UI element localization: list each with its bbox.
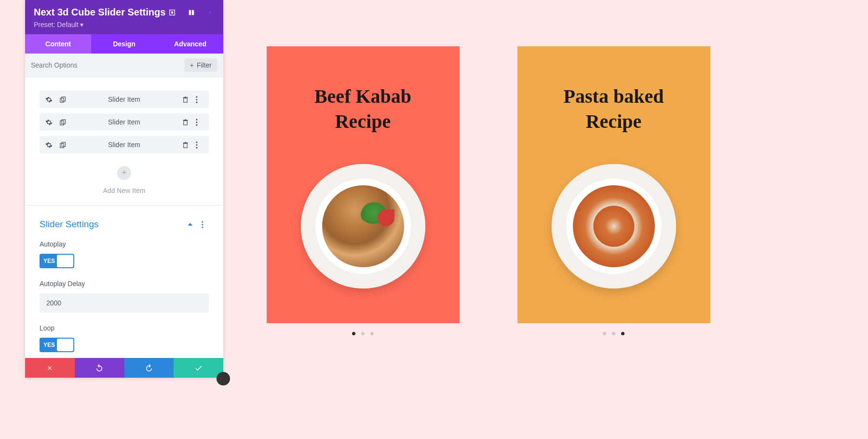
preview-area: Beef Kabab Recipe Pasta baked Recipe [229,6,747,439]
svg-point-22 [202,221,203,222]
pasta-food-image [573,185,655,267]
more-icon[interactable] [196,119,203,126]
svg-point-10 [196,98,197,100]
dot-1[interactable] [603,332,606,335]
svg-point-9 [196,96,197,97]
save-button[interactable] [174,358,223,378]
toggle-knob [57,255,73,267]
loop-label: Loop [40,324,209,332]
plate-image [301,164,425,288]
svg-rect-2 [189,10,191,15]
gear-icon[interactable] [45,141,53,149]
duplicate-icon[interactable] [59,96,67,103]
svg-point-14 [196,119,197,120]
svg-point-15 [196,121,197,123]
search-input[interactable] [31,61,184,69]
dot-2[interactable] [361,332,365,335]
dot-1[interactable] [352,332,355,335]
check-icon [194,364,203,372]
tab-advanced[interactable]: Advanced [157,34,223,54]
undo-button[interactable] [75,358,124,378]
section-header[interactable]: Slider Settings [25,206,223,233]
delay-label: Autoplay Delay [40,280,209,288]
dot-3[interactable] [621,332,624,335]
more-icon[interactable] [196,96,203,103]
redo-icon [145,364,153,372]
trash-icon[interactable] [182,96,189,103]
autoplay-toggle[interactable]: YES [40,254,74,268]
slider-item-row[interactable]: Slider Item [40,136,209,153]
panel-title: Next 3d Cube Slider Settings [34,7,165,18]
add-item-button[interactable]: + [117,166,131,180]
add-item-label: Add New Item [40,187,209,194]
toggle-value: YES [40,342,55,348]
plate-image [552,164,676,288]
content-area: Slider Item Slider Item [25,77,223,378]
filter-label: Filter [197,61,212,69]
svg-point-1 [171,12,173,14]
slider-item-row[interactable]: Slider Item [40,91,209,108]
tab-content[interactable]: Content [25,34,91,54]
redo-button[interactable] [124,358,174,378]
undo-icon [95,364,104,372]
items-list: Slider Item Slider Item [25,77,223,205]
slider-card-1: Beef Kabab Recipe [267,46,460,323]
chevron-up-icon[interactable] [187,221,194,228]
trash-icon[interactable] [182,141,189,149]
more-icon[interactable] [202,221,209,228]
preset-dropdown[interactable]: Preset: Default ▾ [34,21,215,28]
svg-point-21 [196,147,197,148]
search-row: + Filter [25,54,223,77]
svg-point-20 [196,144,197,145]
autoplay-label: Autoplay [40,240,209,248]
panel-header: Next 3d Cube Slider Settings Preset: Def… [25,0,223,34]
footer-bar [25,358,223,378]
toggle-value: YES [40,258,55,264]
svg-point-16 [196,124,197,125]
item-label: Slider Item [67,118,182,126]
delay-input[interactable] [40,293,209,313]
gear-icon[interactable] [45,96,53,103]
card2-title-line2: Recipe [517,109,710,134]
svg-point-23 [202,223,203,225]
settings-panel: Next 3d Cube Slider Settings Preset: Def… [25,0,223,378]
gear-icon[interactable] [45,119,53,126]
svg-point-24 [202,226,203,228]
column-icon[interactable] [188,9,195,16]
close-button[interactable] [25,358,75,378]
toggle-knob [57,339,73,351]
trash-icon[interactable] [182,119,189,126]
card2-title-line1: Pasta baked [517,84,710,109]
card1-title-line1: Beef Kabab [267,84,460,109]
svg-point-6 [210,13,210,14]
duplicate-icon[interactable] [59,141,67,149]
svg-point-19 [196,141,197,143]
dot-3[interactable] [370,332,374,335]
svg-point-5 [210,12,210,13]
card1-title-line2: Recipe [267,109,460,134]
item-label: Slider Item [67,96,182,103]
svg-point-11 [196,101,197,103]
pagination-dots-1 [267,332,460,335]
loop-toggle[interactable]: YES [40,338,74,352]
more-icon[interactable] [196,141,203,149]
duplicate-icon[interactable] [59,119,67,126]
tab-design[interactable]: Design [91,34,157,54]
slider-item-row[interactable]: Slider Item [40,113,209,131]
close-icon [46,365,53,371]
beef-food-image [322,185,404,267]
drag-handle[interactable] [217,372,230,385]
more-icon[interactable] [207,9,215,16]
garnish-tomato [378,209,394,226]
expand-icon[interactable] [168,9,176,16]
svg-rect-3 [192,10,194,15]
tabs-bar: Content Design Advanced [25,34,223,54]
slider-card-2: Pasta baked Recipe [517,46,710,323]
plus-icon: + [190,61,194,69]
section-title: Slider Settings [40,219,99,230]
dot-2[interactable] [612,332,615,335]
svg-point-4 [210,12,210,12]
pagination-dots-2 [517,332,710,335]
filter-button[interactable]: + Filter [184,58,217,72]
item-label: Slider Item [67,141,182,149]
